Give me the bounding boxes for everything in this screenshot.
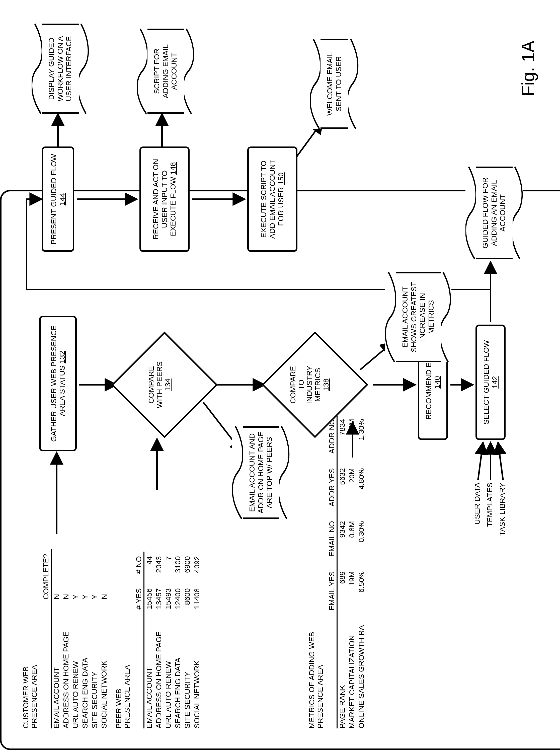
display-workflow-scroll: DISPLAY GUIDED WORKFLOW ON A USER INTERF…: [32, 24, 89, 114]
table-row: URL AUTO RENEWY: [71, 549, 80, 728]
table3-title: METRICS OF ADDING WEBPRESENCE AREA: [307, 632, 324, 728]
input-task-library: TASK LIBRARY: [498, 482, 506, 548]
table-row: EMAIL ACCOUNTN: [51, 549, 61, 728]
guided-flow-scroll: GUIDED FLOW FOR ADDING AN EMAIL ACCOUNT: [465, 166, 523, 259]
input-user-data: USER DATA: [473, 482, 481, 548]
gather-status-box: GATHER USER WEB PRESENCE AREA STATUS 132: [39, 316, 77, 451]
receive-act-box: RECEIVE AND ACT ON USER INPUT TO EXECUTE…: [139, 146, 189, 252]
peers-result-scroll: EMAIL ACCOUNT AND ADDR ON HOME PAGE ARE …: [232, 426, 290, 519]
input-templates: TEMPLATES: [485, 482, 494, 548]
compare-peers-label: COMPARE WITH PEERS 134: [147, 344, 172, 425]
table-row: SITE SECURITY86006900: [183, 552, 192, 728]
figure-label: Fig. 1A: [518, 41, 538, 96]
metrics-result-scroll: EMAIL ACCOUNT SHOWS GREATEST INCREASE IN…: [385, 272, 452, 362]
customer-presence-table: COMPLETE? EMAIL ACCOUNTNADDRESS ON HOME …: [41, 549, 109, 728]
table1-title: CUSTOMER WEBPRESENCE AREA: [22, 665, 39, 728]
table-row: EMAIL ACCOUNT1545644: [144, 552, 154, 728]
table-row: MARKET CAPITALIZATION19M0.8M20M14M: [347, 414, 357, 728]
table-row: ADDRESS ON HOME PAGEN: [61, 549, 71, 728]
table-row: SEARCH ENG DATA124003100: [173, 552, 183, 728]
table-row: PAGE RANK689934256327834: [337, 414, 347, 728]
table-row: SITE SECURITYY: [90, 549, 99, 728]
compare-industry-label: COMPARE TO INDUSTRY METRICS 138: [289, 344, 330, 425]
table-row: ADDRESS ON HOME PAGE134572043: [154, 552, 163, 728]
table-row: URL AUTO RENEW154937: [163, 552, 173, 728]
execute-script-box: EXECUTE SCRIPT TO ADD EMAIL ACCOUNT FOR …: [247, 146, 297, 252]
table2-title: PEER WEBPRESENCE AREA: [114, 665, 132, 728]
peer-presence-table: # YES # NO EMAIL ACCOUNT1545644ADDRESS O…: [134, 552, 202, 728]
script-scroll: SCRIPT FOR ADDING EMAIL ACCOUNT: [137, 28, 195, 114]
present-guided-flow-box: PRESENT GUIDED FLOW 144: [42, 146, 74, 252]
table-row: SEARCH ENG DATAY: [80, 549, 90, 728]
table-row: SOCIAL NETWORKN: [99, 549, 109, 728]
table-row: ONLINE SALES GROWTH RA6.50%0.30%4.80%1.3…: [357, 414, 366, 728]
select-guided-flow-box: SELECT GUIDED FLOW 142: [476, 324, 505, 440]
table-row: SOCIAL NETWORK114084092: [192, 552, 202, 728]
welcome-scroll: WELCOME EMAIL SENT TO USER: [310, 39, 359, 129]
metrics-table: EMAIL YESEMAIL NOADDR YESADDR NO PAGE RA…: [327, 414, 366, 728]
